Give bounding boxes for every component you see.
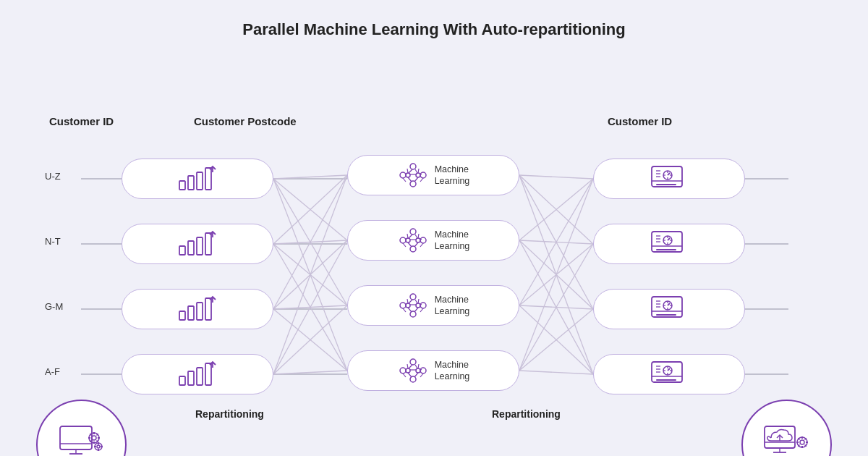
svg-line-15 [273, 244, 347, 305]
svg-point-121 [416, 368, 420, 373]
svg-line-20 [273, 309, 347, 371]
svg-rect-50 [179, 246, 185, 255]
svg-line-38 [519, 244, 593, 371]
svg-line-35 [519, 305, 593, 309]
svg-line-25 [519, 175, 593, 179]
svg-line-74 [407, 169, 408, 173]
col-header-customer-id-right: Customer ID [608, 115, 672, 127]
svg-point-83 [410, 229, 416, 235]
svg-line-115 [420, 308, 423, 312]
ml-pill-4: MachineLearning [347, 350, 519, 391]
svg-line-129 [408, 373, 412, 377]
svg-point-119 [410, 376, 416, 382]
svg-rect-159 [656, 314, 676, 316]
svg-line-130 [414, 373, 418, 377]
svg-point-70 [416, 173, 420, 177]
left-pill-2 [122, 224, 273, 264]
main-title: Parallel Machine Learning With Auto-repa… [0, 0, 868, 46]
svg-rect-135 [656, 184, 676, 185]
svg-rect-181 [60, 426, 92, 449]
svg-rect-55 [179, 311, 185, 320]
svg-point-84 [420, 237, 426, 243]
svg-point-82 [400, 237, 406, 243]
svg-line-27 [519, 175, 593, 309]
ml-text-1: MachineLearning [435, 164, 470, 187]
svg-line-19 [273, 305, 347, 309]
svg-line-14 [273, 240, 347, 244]
svg-line-12 [273, 179, 347, 371]
svg-point-67 [420, 172, 426, 178]
svg-point-104 [416, 303, 420, 308]
svg-line-17 [273, 175, 347, 309]
svg-line-97 [403, 243, 406, 247]
svg-line-92 [409, 235, 412, 238]
target-icon [761, 425, 813, 456]
svg-line-10 [273, 179, 347, 240]
svg-line-30 [519, 240, 593, 244]
svg-line-126 [409, 365, 412, 368]
svg-line-39 [519, 309, 593, 371]
svg-rect-61 [188, 371, 194, 385]
target-node [741, 400, 832, 456]
svg-line-31 [519, 240, 593, 309]
svg-line-112 [408, 308, 412, 312]
bottom-label-left-repartitioning: Repartitioning [195, 408, 264, 420]
right-pill-4 [593, 354, 745, 394]
svg-line-153 [668, 238, 670, 240]
ml-pill-3: MachineLearning [347, 285, 519, 326]
row-label-uz: U-Z [45, 171, 61, 182]
svg-line-26 [519, 175, 593, 244]
svg-line-80 [403, 178, 406, 182]
svg-line-37 [519, 179, 593, 371]
right-pill-2 [593, 224, 745, 264]
svg-line-33 [519, 179, 593, 305]
ml-text-4: MachineLearning [435, 359, 470, 383]
svg-point-85 [410, 246, 416, 252]
left-pill-1 [122, 159, 273, 199]
svg-rect-45 [179, 181, 185, 190]
svg-point-102 [410, 311, 416, 317]
svg-line-109 [409, 300, 412, 303]
svg-line-95 [408, 242, 412, 247]
svg-rect-51 [188, 241, 194, 255]
svg-point-103 [406, 303, 410, 308]
svg-rect-57 [197, 303, 203, 320]
svg-point-197 [97, 445, 100, 448]
svg-line-11 [273, 179, 347, 305]
svg-line-93 [415, 235, 417, 238]
ml-pill-2: MachineLearning [347, 220, 519, 261]
ml-brain-icon-3 [397, 291, 429, 320]
row-label-af: A-F [45, 366, 60, 377]
source-node [36, 400, 127, 456]
svg-point-117 [410, 359, 416, 365]
ml-brain-icon-1 [397, 161, 429, 190]
row-label-nt: N-T [45, 236, 61, 247]
svg-point-87 [416, 238, 420, 242]
col-header-customer-id-left: Customer ID [49, 115, 114, 127]
ml-brain-icon-4 [397, 356, 429, 385]
svg-point-99 [400, 303, 406, 308]
col-header-customer-postcode: Customer Postcode [194, 115, 297, 127]
svg-line-98 [420, 243, 423, 247]
row-label-gm: G-M [45, 301, 63, 312]
svg-rect-60 [179, 376, 185, 385]
svg-line-127 [415, 365, 417, 368]
svg-line-32 [519, 240, 593, 374]
bar-chart-icon-2 [178, 230, 217, 258]
svg-line-131 [403, 373, 406, 377]
svg-line-111 [418, 299, 419, 303]
bar-chart-icon-1 [178, 165, 217, 193]
svg-line-13 [273, 175, 347, 244]
bar-chart-icon-3 [178, 295, 217, 323]
bottom-label-right-repartitioning: Repartitioning [492, 408, 561, 420]
svg-line-81 [420, 178, 423, 182]
svg-line-110 [415, 300, 417, 303]
svg-line-177 [668, 368, 670, 371]
svg-line-125 [407, 364, 408, 368]
svg-point-68 [410, 181, 416, 187]
svg-line-141 [668, 173, 670, 175]
svg-point-209 [800, 440, 804, 444]
svg-point-101 [420, 303, 426, 308]
ml-text-3: MachineLearning [435, 294, 470, 318]
svg-point-116 [400, 368, 406, 373]
